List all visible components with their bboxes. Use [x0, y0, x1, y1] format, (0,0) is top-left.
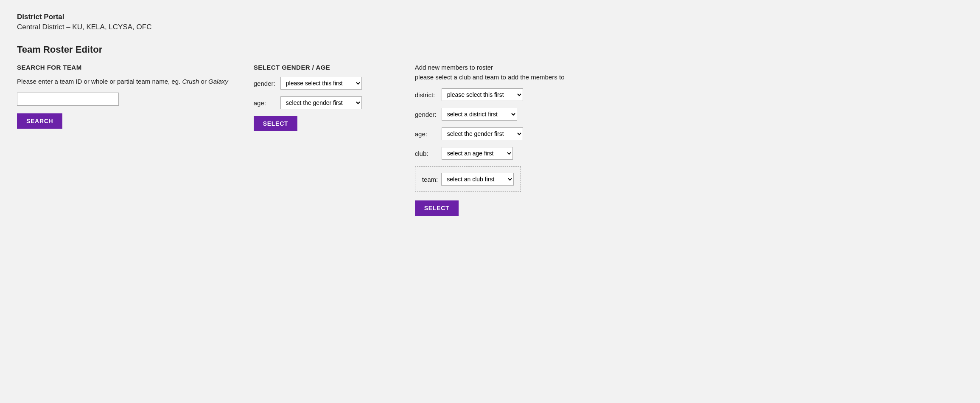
age-select[interactable]: select the gender first: [280, 96, 362, 109]
age-field-row: age: select the gender first: [254, 96, 389, 109]
search-description: Please enter a team ID or whole or parti…: [17, 77, 228, 87]
age-label: age:: [254, 99, 277, 107]
search-section-header: SEARCH FOR TEAM: [17, 64, 228, 71]
gender-age-section-header: SELECT GENDER / AGE: [254, 64, 389, 71]
add-gender-select[interactable]: select a district first: [442, 108, 517, 121]
add-age-field-row: age: select the gender first: [415, 127, 565, 140]
add-age-label: age:: [415, 130, 438, 138]
add-age-select[interactable]: select the gender first: [442, 127, 523, 140]
search-button[interactable]: SEARCH: [17, 113, 62, 129]
add-gender-field-row: gender: select a district first: [415, 108, 565, 121]
team-field-row: team: select an club first: [422, 173, 514, 186]
gender-age-column: SELECT GENDER / AGE gender: please selec…: [254, 64, 389, 131]
district-field-row: district: please select this first: [415, 88, 565, 101]
district-label: district:: [415, 91, 438, 99]
site-subtitle: Central District – KU, KELA, LCYSA, OFC: [17, 23, 963, 31]
gender-label: gender:: [254, 80, 277, 87]
district-select[interactable]: please select this first: [442, 88, 523, 101]
gender-age-select-button[interactable]: SELECT: [254, 116, 297, 131]
team-box: team: select an club first: [415, 166, 521, 192]
add-members-title: Add new members to roster: [415, 64, 565, 71]
site-title: District Portal: [17, 13, 963, 21]
team-select[interactable]: select an club first: [441, 173, 514, 186]
gender-select[interactable]: please select this first: [280, 77, 362, 90]
club-select[interactable]: select an age first: [442, 147, 513, 160]
search-input[interactable]: [17, 93, 119, 106]
gender-field-row: gender: please select this first: [254, 77, 389, 90]
club-field-row: club: select an age first: [415, 147, 565, 160]
club-label: club:: [415, 150, 438, 157]
add-members-select-button[interactable]: SELECT: [415, 200, 459, 216]
search-column: SEARCH FOR TEAM Please enter a team ID o…: [17, 64, 228, 129]
page-title: Team Roster Editor: [17, 44, 963, 55]
add-members-subtitle: please select a club and team to add the…: [415, 73, 565, 81]
add-members-column: Add new members to roster please select …: [415, 64, 565, 216]
team-label: team:: [422, 176, 438, 183]
add-gender-label: gender:: [415, 111, 438, 118]
